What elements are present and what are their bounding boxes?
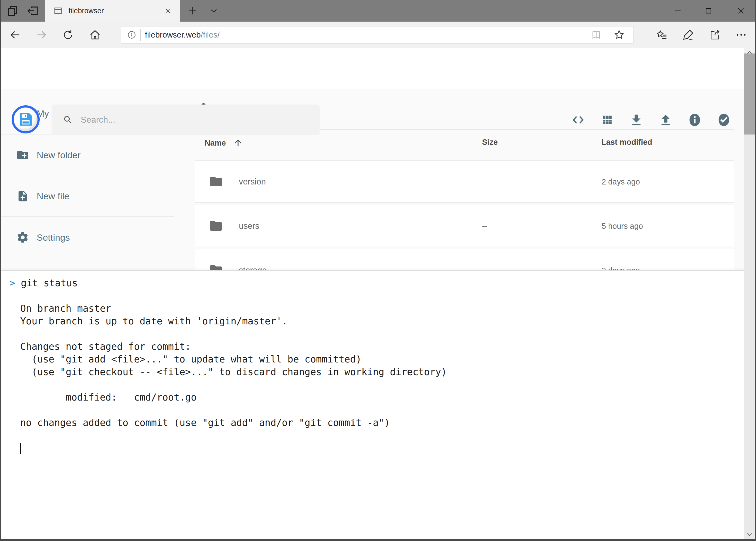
file-name: users xyxy=(239,221,259,231)
terminal-output-line xyxy=(9,289,744,302)
tab-title: filebrowser xyxy=(69,7,164,15)
download-icon[interactable] xyxy=(629,112,644,128)
hub-icon[interactable] xyxy=(649,22,674,48)
window-border-right xyxy=(755,0,756,541)
filebrowser-logo xyxy=(12,105,40,134)
browser-toolbar: filebrowser.web/files/ xyxy=(0,22,756,48)
refresh-icon[interactable] xyxy=(56,22,81,48)
sort-ascending-icon xyxy=(233,138,243,148)
terminal-output-line: no changes added to commit (use "git add… xyxy=(9,416,744,429)
sidebar-item-label: Settings xyxy=(37,232,70,243)
share-icon[interactable] xyxy=(702,22,727,48)
file-plus-icon xyxy=(16,190,29,203)
terminal-output-line: Your branch is up to date with 'origin/m… xyxy=(9,315,744,327)
info-icon[interactable] xyxy=(687,112,703,128)
scrollbar-thumb[interactable] xyxy=(744,54,755,135)
terminal-output-line xyxy=(9,429,744,442)
forward-icon[interactable] xyxy=(29,22,54,48)
minimize-icon[interactable] xyxy=(666,0,689,22)
terminal-panel[interactable]: > git status On branch master Your branc… xyxy=(1,270,744,539)
terminal-output-line xyxy=(9,327,744,340)
search-bar[interactable] xyxy=(52,105,320,135)
folder-plus-icon xyxy=(16,149,29,162)
file-size: – xyxy=(482,221,487,231)
browser-window: filebrowser xyxy=(0,0,756,541)
close-icon[interactable] xyxy=(730,0,752,22)
floppy-disk-icon xyxy=(18,112,34,127)
file-name: version xyxy=(239,177,266,187)
column-header-size[interactable]: Size xyxy=(482,138,498,147)
terminal-cursor xyxy=(20,443,21,454)
sidebar-item-new-folder[interactable]: New folder xyxy=(0,140,174,170)
terminal-output-line: (use "git add <file>..." to update what … xyxy=(9,353,744,366)
terminal-command: git status xyxy=(21,277,78,288)
maximize-icon[interactable] xyxy=(697,0,720,22)
sidebar-divider xyxy=(1,216,174,217)
sidebar-item-new-file[interactable]: New file xyxy=(0,181,174,211)
url-host: filebrowser.web xyxy=(145,30,201,39)
sidebar-item-settings[interactable]: Settings xyxy=(0,223,174,252)
prompt-chevron-icon: > xyxy=(9,277,15,288)
sidebar-item-label: New file xyxy=(37,191,69,202)
terminal-output-line: modified: cmd/root.go xyxy=(9,391,744,404)
upload-icon[interactable] xyxy=(657,112,674,128)
sidebar-item-label: New folder xyxy=(37,150,81,161)
file-size: – xyxy=(482,177,487,186)
grid-view-icon[interactable] xyxy=(599,112,616,128)
home-icon[interactable] xyxy=(83,22,108,48)
folder-icon xyxy=(209,219,223,233)
app-header xyxy=(1,48,744,89)
annotate-pen-icon[interactable] xyxy=(676,22,701,48)
tab-close-icon[interactable] xyxy=(164,7,172,15)
new-tab-icon[interactable] xyxy=(182,0,203,22)
tab-preview-icon[interactable] xyxy=(2,0,23,22)
favorite-star-icon[interactable] xyxy=(613,29,625,41)
site-info-icon[interactable] xyxy=(127,30,136,40)
tab-favicon-icon xyxy=(54,6,63,15)
more-options-icon[interactable] xyxy=(729,22,754,48)
terminal-output-line xyxy=(9,404,744,416)
terminal-output-line: On branch master xyxy=(9,302,744,315)
page-scrollbar[interactable] xyxy=(744,48,755,539)
terminal-output-line: (use "git checkout -- <file>..." to disc… xyxy=(9,366,744,378)
set-tabs-aside-icon[interactable] xyxy=(23,0,43,22)
reading-view-icon[interactable] xyxy=(591,29,602,41)
window-border-left xyxy=(0,0,1,541)
terminal-prompt-line: > git status xyxy=(9,277,744,289)
browser-tab[interactable]: filebrowser xyxy=(45,0,180,22)
terminal-output-line xyxy=(9,378,744,391)
file-row-users[interactable]: users – 5 hours ago xyxy=(195,205,734,247)
search-input[interactable] xyxy=(81,115,297,125)
column-header-name[interactable]: Name xyxy=(205,138,243,148)
window-border-bottom xyxy=(0,539,756,541)
file-modified: 5 hours ago xyxy=(602,222,643,231)
search-icon xyxy=(63,115,73,125)
tab-list-icon[interactable] xyxy=(203,0,224,22)
code-icon[interactable] xyxy=(570,112,586,128)
url-path: /files/ xyxy=(201,30,220,39)
scroll-down-icon[interactable] xyxy=(744,530,755,539)
terminal-output-line: Changes not staged for commit: xyxy=(9,340,744,353)
gear-icon xyxy=(16,231,29,244)
file-modified: 2 days ago xyxy=(602,178,640,186)
back-icon[interactable] xyxy=(3,22,28,48)
tab-bar: filebrowser xyxy=(0,0,756,22)
file-row-version[interactable]: version – 2 days ago xyxy=(195,161,734,203)
column-header-modified[interactable]: Last modified xyxy=(601,138,652,147)
address-bar[interactable]: filebrowser.web/files/ xyxy=(121,26,633,44)
check-circle-icon[interactable] xyxy=(716,112,732,128)
folder-icon xyxy=(209,174,223,189)
